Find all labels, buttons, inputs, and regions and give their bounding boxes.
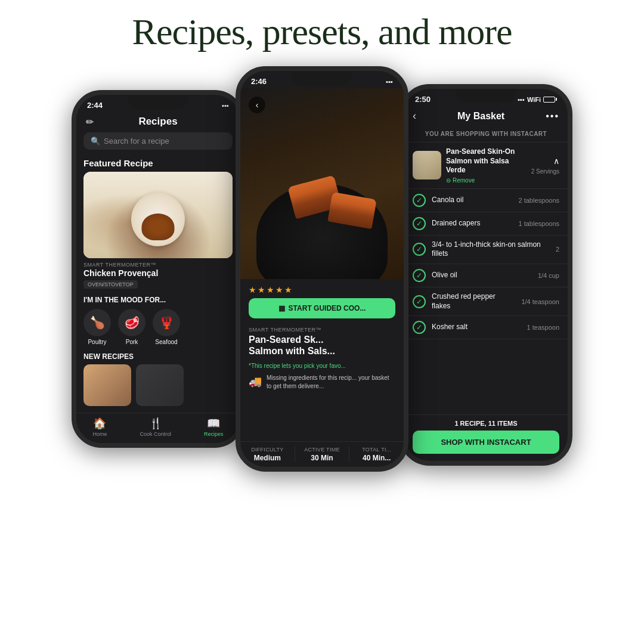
- page-title: Recipes, presets, and more: [132, 11, 512, 53]
- basket-title: My Basket: [457, 111, 504, 122]
- wifi-icon-3: WiFi: [527, 96, 541, 103]
- ingredient-olive-oil: ✓ Olive oil 1/4 cup: [404, 264, 568, 287]
- start-guided-cook-button[interactable]: ▦ START GUIDED COO...: [249, 298, 395, 318]
- cook-btn-label: START GUIDED COO...: [289, 304, 366, 312]
- mood-item-poultry[interactable]: 🍗 Poultry: [83, 309, 111, 345]
- check-icon-6: ✓: [413, 321, 426, 334]
- pick-text: *This recipe lets you pick your favo...: [240, 363, 404, 369]
- back-button-2[interactable]: ‹: [249, 97, 265, 113]
- delivery-row: 🚚 Missing ingredients for this recip... …: [240, 369, 404, 395]
- featured-image[interactable]: [83, 172, 233, 258]
- mood-items: 🍗 Poultry 🥩 Pork 🦞 Seafood: [83, 309, 233, 345]
- recipe-subtitle: SMART THERMOMETER™: [83, 262, 233, 268]
- recipe-card-1[interactable]: [83, 364, 131, 406]
- basket-recipe-name: Pan-Seared Skin-On Salmon with Salsa Ver…: [446, 147, 527, 175]
- time-3: 2:50: [415, 95, 431, 104]
- recipe-card-2[interactable]: [136, 364, 184, 406]
- poultry-icon-circle: 🍗: [83, 309, 111, 336]
- status-icons-1: ▪▪▪: [222, 102, 229, 109]
- ingredient-amount-6: 1 teaspoon: [527, 324, 559, 331]
- signal-2: ▪▪▪: [386, 78, 393, 85]
- star-1: ★: [249, 285, 256, 295]
- poultry-label: Poultry: [88, 339, 106, 345]
- recipe-detail-name: Pan-Seared Sk...Salmon with Sals...: [249, 334, 395, 357]
- nav-recipes[interactable]: 📖 Recipes: [204, 417, 224, 437]
- ingredient-drained-capers: ✓ Drained capers 1 tablespoons: [404, 212, 568, 236]
- featured-label: Featured Recipe: [76, 156, 240, 172]
- stat-active-time: ACTIVE TIME 30 Min: [295, 447, 350, 462]
- phone-1: 2:44 ▪▪▪ ✏ Recipes 🔍 Search for a recipe…: [72, 90, 244, 448]
- phone-3: 2:50 ▪▪▪ WiFi ‹ My Basket ••• YOU ARE SH…: [400, 84, 572, 466]
- nav-home[interactable]: 🏠 Home: [92, 417, 107, 437]
- mood-item-seafood[interactable]: 🦞 Seafood: [153, 309, 180, 345]
- signal-bars-3: ▪▪▪: [518, 96, 525, 103]
- phones-container: 2:44 ▪▪▪ ✏ Recipes 🔍 Search for a recipe…: [0, 66, 644, 472]
- battery-icon-3: [543, 97, 557, 103]
- mood-item-pork[interactable]: 🥩 Pork: [118, 309, 145, 345]
- recipe-tag: OVEN/STOVETOP: [83, 280, 138, 289]
- time-2: 2:46: [251, 77, 267, 86]
- total-time-label: TOTAL TI...: [362, 447, 391, 453]
- servings-label: 2 Servings: [531, 168, 559, 175]
- remove-label: Remove: [453, 177, 475, 184]
- recipes-title: Recipes: [138, 116, 177, 128]
- star-2: ★: [258, 285, 265, 295]
- screen-3: 2:50 ▪▪▪ WiFi ‹ My Basket ••• YOU ARE SH…: [404, 89, 568, 461]
- remove-button[interactable]: ⊖ Remove: [446, 177, 527, 184]
- notch-3: [456, 89, 516, 103]
- smart-therm-label: SMART THERMOMETER™: [249, 327, 395, 333]
- screen-1: 2:44 ▪▪▪ ✏ Recipes 🔍 Search for a recipe…: [76, 95, 240, 443]
- difficulty-label: DIFFICULTY: [251, 447, 283, 453]
- nav-cook-control[interactable]: 🍴 Cook Control: [140, 417, 171, 437]
- recipes-header: ✏ Recipes: [76, 112, 240, 132]
- recipe-row-info: Pan-Seared Skin-On Salmon with Salsa Ver…: [446, 147, 527, 184]
- active-time-value: 30 Min: [311, 454, 333, 462]
- minus-icon: ⊖: [446, 177, 451, 184]
- ingredient-red-pepper: ✓ Crushed red pepper flakes 1/4 teaspoon: [404, 287, 568, 316]
- more-options-button[interactable]: •••: [546, 111, 559, 122]
- delivery-text: Missing ingredients for this recip... yo…: [267, 374, 395, 391]
- ingredient-amount-5: 1/4 teaspoon: [521, 298, 559, 305]
- ingredient-salmon-fillets: ✓ 3/4- to 1-inch-thick skin-on salmon fi…: [404, 236, 568, 264]
- active-time-label: ACTIVE TIME: [304, 447, 340, 453]
- cook-btn-icon: ▦: [278, 304, 285, 312]
- back-button-3[interactable]: ‹: [413, 110, 416, 122]
- search-placeholder: Search for a recipe: [104, 137, 169, 145]
- time-1: 2:44: [87, 101, 103, 110]
- ingredient-kosher-salt: ✓ Kosher salt 1 teaspoon: [404, 316, 568, 339]
- notch-1: [128, 95, 188, 109]
- recipes-icon: 📖: [207, 417, 220, 430]
- recipe-card-row: [76, 364, 240, 406]
- ingredient-amount-4: 1/4 cup: [538, 272, 559, 279]
- stars-row: ★ ★ ★ ★ ★: [240, 279, 404, 298]
- recipe-row: Pan-Seared Skin-On Salmon with Salsa Ver…: [404, 143, 568, 189]
- ingredient-amount-2: 1 tablespoons: [519, 220, 560, 227]
- seafood-label: Seafood: [155, 339, 177, 345]
- notch-2: [292, 71, 352, 85]
- home-icon: 🏠: [93, 417, 106, 430]
- ingredient-name-1: Canola oil: [432, 196, 513, 205]
- ingredient-amount-1: 2 tablespoons: [519, 197, 560, 204]
- home-label: Home: [92, 431, 107, 437]
- search-bar[interactable]: 🔍 Search for a recipe: [83, 132, 233, 150]
- status-icons-3: ▪▪▪ WiFi: [518, 96, 557, 103]
- star-3: ★: [267, 285, 274, 295]
- shop-with-instacart-button[interactable]: SHOP WITH INSTACART: [413, 431, 559, 454]
- chevron-up-icon[interactable]: ∧: [553, 156, 559, 166]
- edit-icon[interactable]: ✏: [86, 116, 94, 128]
- screen-2: 2:46 ▪▪▪ ‹ ★ ★ ★ ★ ★ ▦: [240, 71, 404, 467]
- check-icon-4: ✓: [413, 269, 426, 282]
- status-icons-2: ▪▪▪: [386, 78, 393, 85]
- ingredient-name-3: 3/4- to 1-inch-thick skin-on salmon fill…: [432, 240, 550, 259]
- basket-header: ‹ My Basket •••: [404, 106, 568, 127]
- recipes-label: Recipes: [204, 431, 224, 437]
- phone-2: 2:46 ▪▪▪ ‹ ★ ★ ★ ★ ★ ▦: [236, 66, 408, 472]
- check-icon-2: ✓: [413, 217, 426, 230]
- basket-summary: 1 RECIPE, 11 ITEMS: [404, 415, 568, 431]
- check-icon-5: ✓: [413, 295, 426, 308]
- star-4: ★: [275, 285, 283, 295]
- mood-title: I'M IN THE MOOD FOR...: [83, 296, 233, 304]
- recipe-name: Chicken Provençal: [83, 268, 233, 278]
- delivery-icon: 🚚: [249, 375, 262, 388]
- pork-label: Pork: [126, 339, 138, 345]
